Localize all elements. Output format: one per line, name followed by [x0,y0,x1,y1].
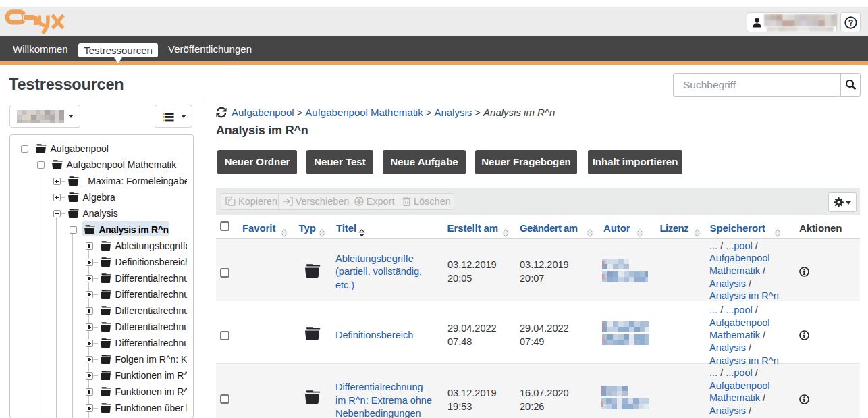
svg-text:?: ? [848,18,854,28]
